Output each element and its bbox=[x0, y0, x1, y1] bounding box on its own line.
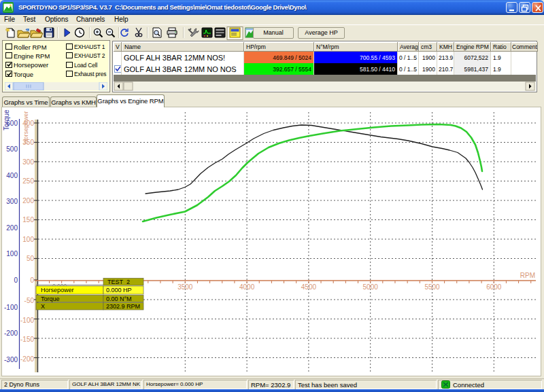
svg-text:TEST 2: TEST 2 bbox=[107, 279, 130, 285]
svg-text:500: 500 bbox=[6, 145, 18, 153]
svg-text:Torque: Torque bbox=[41, 296, 60, 302]
svg-text:300: 300 bbox=[22, 158, 34, 166]
svg-text:Torque: Torque bbox=[3, 109, 10, 130]
svg-text:200: 200 bbox=[22, 197, 34, 204]
svg-text:-100: -100 bbox=[20, 317, 34, 324]
svg-text:5000: 5000 bbox=[363, 283, 379, 291]
svg-text:4000: 4000 bbox=[239, 283, 255, 291]
svg-text:400: 400 bbox=[6, 172, 18, 179]
svg-text:50: 50 bbox=[27, 255, 35, 262]
svg-text:X: X bbox=[41, 303, 45, 310]
svg-text:6000: 6000 bbox=[486, 283, 502, 291]
svg-text:250: 250 bbox=[22, 177, 34, 185]
svg-text:5500: 5500 bbox=[424, 283, 440, 291]
svg-text:Horsepower: Horsepower bbox=[41, 287, 74, 293]
svg-text:4500: 4500 bbox=[301, 283, 317, 291]
svg-text:0: 0 bbox=[14, 277, 18, 284]
svg-text:-150: -150 bbox=[20, 336, 34, 343]
svg-text:0: 0 bbox=[30, 277, 34, 284]
svg-text:Horsepower: Horsepower bbox=[22, 111, 29, 144]
svg-text:-300: -300 bbox=[4, 356, 18, 363]
svg-text:300: 300 bbox=[6, 198, 18, 205]
svg-text:-200: -200 bbox=[4, 329, 18, 337]
svg-text:150: 150 bbox=[22, 216, 34, 224]
svg-text:0.00 N°M: 0.00 N°M bbox=[106, 296, 132, 302]
svg-text:-200: -200 bbox=[20, 355, 34, 363]
svg-text:-100: -100 bbox=[4, 304, 18, 311]
svg-text:-50: -50 bbox=[24, 297, 35, 304]
svg-text:100: 100 bbox=[6, 250, 18, 257]
svg-text:3500: 3500 bbox=[177, 283, 193, 291]
svg-text:200: 200 bbox=[6, 224, 18, 232]
svg-text:0.000 HP: 0.000 HP bbox=[106, 287, 132, 293]
svg-text:RPM: RPM bbox=[520, 272, 535, 279]
svg-text:100: 100 bbox=[22, 236, 34, 243]
svg-text:2302.9 RPM: 2302.9 RPM bbox=[106, 303, 140, 310]
